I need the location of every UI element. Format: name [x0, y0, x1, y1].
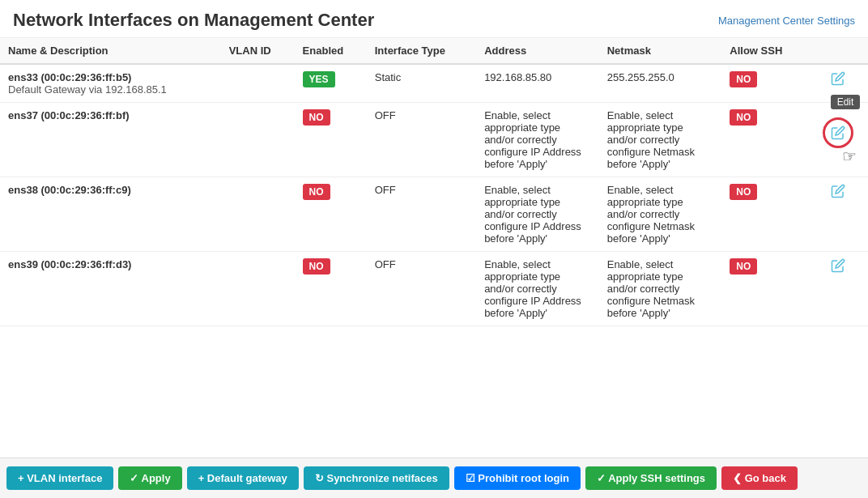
cell-enabled: NO	[295, 252, 367, 326]
enabled-badge: YES	[303, 71, 335, 87]
cell-interface-type: OFF	[367, 177, 476, 252]
interface-name: ens38 (00:0c:29:36:ff:c9)	[8, 184, 131, 196]
vlan-interface-button[interactable]: + VLAN interface	[6, 466, 113, 490]
col-address: Address	[476, 38, 599, 64]
cell-interface-type: OFF	[367, 103, 476, 177]
table-row: ens39 (00:0c:29:36:ff:d3)NOOFFEnable, se…	[0, 252, 868, 326]
cell-name: ens37 (00:0c:29:36:ff:bf)	[0, 103, 221, 177]
cell-enabled: NO	[295, 177, 367, 252]
enabled-badge: NO	[303, 109, 330, 126]
page-title: Network Interfaces on Management Center	[13, 10, 374, 31]
cell-vlan	[221, 252, 295, 326]
enabled-badge: NO	[303, 184, 330, 200]
default-gateway-button[interactable]: + Default gateway	[187, 466, 299, 490]
prohibit-root-button[interactable]: ☑ Prohibit root login	[454, 466, 581, 490]
interface-name: ens37 (00:0c:29:36:ff:bf)	[8, 109, 130, 121]
cell-netmask: Enable, select appropriate type and/or c…	[599, 177, 722, 252]
pencil-icon	[831, 126, 845, 140]
cell-address: 192.168.85.80	[476, 64, 599, 103]
cell-vlan	[221, 177, 295, 252]
edit-button[interactable]	[831, 184, 845, 202]
cell-vlan	[221, 64, 295, 103]
table-row: ens33 (00:0c:29:36:ff:b5)Default Gateway…	[0, 64, 868, 103]
cell-netmask: Enable, select appropriate type and/or c…	[599, 103, 722, 177]
col-actions	[809, 38, 868, 64]
cell-interface-type: OFF	[367, 252, 476, 326]
table-header-row: Name & Description VLAN ID Enabled Inter…	[0, 38, 868, 64]
cell-netmask: Enable, select appropriate type and/or c…	[599, 252, 722, 326]
pencil-icon	[831, 258, 845, 273]
interface-description: Default Gateway via 192.168.85.1	[8, 83, 167, 96]
edit-button[interactable]	[831, 258, 845, 277]
interface-name: ens39 (00:0c:29:36:ff:d3)	[8, 258, 131, 270]
cell-edit	[809, 177, 868, 252]
col-allow-ssh: Allow SSH	[721, 38, 808, 64]
col-vlan: VLAN ID	[221, 38, 295, 64]
cell-name: ens39 (00:0c:29:36:ff:d3)	[0, 252, 221, 326]
table-container: Name & Description VLAN ID Enabled Inter…	[0, 38, 868, 435]
go-back-button[interactable]: ❮ Go back	[721, 466, 798, 490]
cell-enabled: YES	[295, 64, 367, 103]
edit-tooltip: Edit	[831, 95, 861, 109]
ssh-badge: NO	[730, 184, 757, 200]
pencil-icon	[831, 71, 845, 86]
cell-address: Enable, select appropriate type and/or c…	[476, 252, 599, 326]
cursor-hand-icon: ☞	[842, 147, 857, 166]
table-row: ens38 (00:0c:29:36:ff:c9)NOOFFEnable, se…	[0, 177, 868, 252]
enabled-badge: NO	[303, 258, 330, 275]
edit-icon-wrapper[interactable]: Edit☞	[823, 117, 853, 148]
apply-ssh-button[interactable]: ✓ Apply SSH settings	[585, 466, 717, 490]
ssh-badge: NO	[730, 71, 757, 87]
table-row: ens37 (00:0c:29:36:ff:bf)NOOFFEnable, se…	[0, 103, 868, 177]
interfaces-table: Name & Description VLAN ID Enabled Inter…	[0, 38, 868, 326]
synchronize-button[interactable]: ↻ Synchronize netifaces	[304, 466, 449, 490]
cell-address: Enable, select appropriate type and/or c…	[476, 103, 599, 177]
cell-address: Enable, select appropriate type and/or c…	[476, 177, 599, 252]
management-center-settings-link[interactable]: Management Center Settings	[718, 15, 855, 27]
cell-name: ens38 (00:0c:29:36:ff:c9)	[0, 177, 221, 252]
col-name: Name & Description	[0, 38, 221, 64]
cell-edit	[809, 252, 868, 326]
cell-netmask: 255.255.255.0	[599, 64, 722, 103]
cell-allow-ssh: NO	[721, 177, 808, 252]
ssh-badge: NO	[730, 258, 757, 275]
top-bar: Network Interfaces on Management Center …	[0, 0, 868, 38]
col-interface-type: Interface Type	[367, 38, 476, 64]
cell-interface-type: Static	[367, 64, 476, 103]
col-netmask: Netmask	[599, 38, 722, 64]
pencil-icon	[831, 184, 845, 198]
cell-allow-ssh: NO	[721, 252, 808, 326]
edit-button[interactable]	[831, 71, 845, 90]
cell-edit: Edit☞	[809, 103, 868, 177]
edit-circle[interactable]	[823, 117, 853, 148]
cell-allow-ssh: NO	[721, 64, 808, 103]
cell-allow-ssh: NO	[721, 103, 808, 177]
interface-name: ens33 (00:0c:29:36:ff:b5)	[8, 71, 131, 83]
bottom-bar: + VLAN interface✓ Apply+ Default gateway…	[0, 458, 868, 498]
cell-name: ens33 (00:0c:29:36:ff:b5)Default Gateway…	[0, 64, 221, 103]
col-enabled: Enabled	[295, 38, 367, 64]
cell-enabled: NO	[295, 103, 367, 177]
apply-button[interactable]: ✓ Apply	[118, 466, 181, 490]
cell-vlan	[221, 103, 295, 177]
ssh-badge: NO	[730, 109, 757, 126]
